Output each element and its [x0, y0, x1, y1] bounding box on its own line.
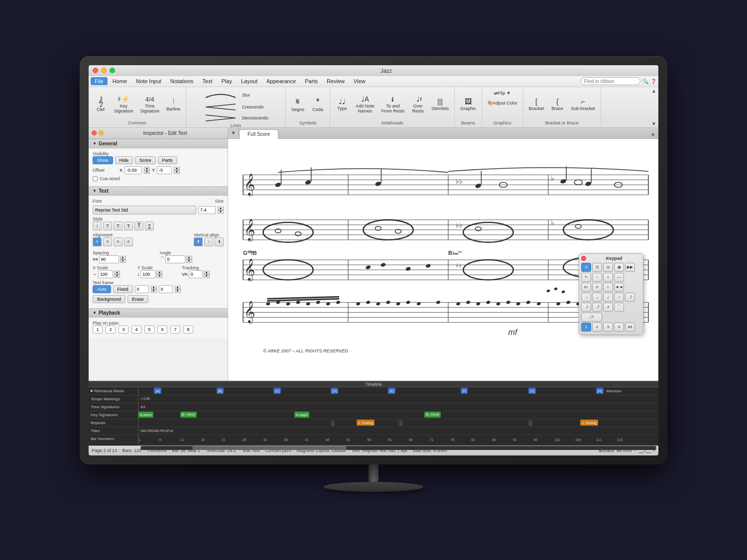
- tr-spinner[interactable]: ▲ ▼: [204, 271, 210, 278]
- frame-val2-input[interactable]: [159, 285, 173, 293]
- ribbon-btn-add-note-names[interactable]: ♩A Add NoteNames: [353, 94, 377, 115]
- angle-spinner[interactable]: ▲ ▼: [186, 256, 192, 263]
- fv2-down[interactable]: ▼: [175, 289, 181, 293]
- ribbon-btn-key-sig[interactable]: ♯⚡ KeySignature: [112, 94, 136, 115]
- rehearsal-marks-label[interactable]: ▶ Rehearsal Marks: [89, 387, 138, 395]
- align-right[interactable]: ≡: [114, 237, 123, 246]
- kp-cursor[interactable]: ⊙: [581, 263, 591, 272]
- text-section-header[interactable]: ▼ Text: [89, 186, 228, 196]
- ribbon-up-icon[interactable]: ▲: [651, 88, 656, 94]
- sp-up[interactable]: ▲: [120, 256, 126, 259]
- kp-dot[interactable]: ◎: [603, 263, 613, 272]
- pass-5[interactable]: 5: [144, 326, 154, 334]
- general-section-header[interactable]: ▼ General: [89, 139, 228, 148]
- kp-pass-3[interactable]: 3: [603, 323, 613, 332]
- bar-numbers-label[interactable]: Bar Numbers: [89, 435, 138, 443]
- font-select[interactable]: Reprise Text Std: [93, 206, 196, 215]
- ribbon-btn-sub-bracket[interactable]: ⌐ Sub-bracket: [568, 97, 598, 112]
- menu-home[interactable]: Home: [109, 77, 131, 85]
- fv1-spinner[interactable]: ▲ ▼: [151, 286, 157, 293]
- kp-half[interactable]: 𝅗: [592, 293, 602, 302]
- fv1-up[interactable]: ▲: [151, 286, 157, 289]
- ribbon-down-icon[interactable]: ▼: [651, 121, 656, 126]
- style-italic[interactable]: I: [93, 222, 102, 230]
- kp-close[interactable]: [581, 256, 586, 261]
- time-sigs-label[interactable]: Time Signatures: [89, 403, 138, 411]
- style-t4[interactable]: T: [134, 222, 143, 230]
- erase-btn[interactable]: Erase: [127, 295, 148, 303]
- ribbon-btn-adjust-color[interactable]: 🎨 Adjust Color: [485, 99, 520, 107]
- kp-circle[interactable]: ◉: [614, 263, 624, 272]
- background-btn[interactable]: Background: [93, 295, 125, 303]
- style-t5[interactable]: T: [145, 222, 154, 230]
- menu-play[interactable]: Play: [218, 77, 236, 85]
- vert-align-top[interactable]: ⬆: [194, 237, 203, 246]
- menu-view[interactable]: View: [350, 77, 370, 85]
- offset-x-input[interactable]: [124, 166, 142, 174]
- ribbon-btn-clef[interactable]: 𝄞 Clef: [92, 96, 110, 113]
- frame-auto-btn[interactable]: Auto: [93, 285, 111, 293]
- align-justify[interactable]: ≡: [124, 237, 133, 246]
- ribbon-slur-row[interactable]: Slur: [203, 89, 250, 101]
- kp-arrow-upleft[interactable]: ↖: [581, 273, 591, 282]
- kp-tie[interactable]: ⌒: [614, 303, 624, 312]
- ribbon-btn-coda[interactable]: 𝄌 Coda: [309, 96, 327, 113]
- ribbon-decrescendo-row[interactable]: Decrescendo: [203, 113, 268, 123]
- ribbon-btn-bracket[interactable]: [ Bracket: [526, 97, 547, 112]
- ribbon-btn-time-sig[interactable]: 4/4 TimeSignature: [138, 95, 162, 115]
- menu-file[interactable]: File: [91, 77, 108, 85]
- align-center[interactable]: ≡: [103, 237, 112, 246]
- pass-6[interactable]: 6: [157, 326, 167, 334]
- x-up[interactable]: ▲: [144, 167, 150, 170]
- y-up[interactable]: ▲: [174, 167, 180, 170]
- kp-pass-2[interactable]: 2: [592, 323, 602, 332]
- size-up[interactable]: ▲: [218, 207, 224, 210]
- kp-quarter[interactable]: ♩: [603, 293, 613, 302]
- size-input[interactable]: [198, 206, 216, 214]
- ys-down[interactable]: ▼: [156, 274, 162, 278]
- kp-flat[interactable]: ♭: [603, 283, 613, 292]
- offset-y-input[interactable]: [157, 166, 172, 174]
- ribbon-btn-over-rests[interactable]: ♩𝄽 OverRests: [409, 94, 427, 115]
- ribbon-search-input[interactable]: [581, 77, 640, 85]
- kp-greater[interactable]: ›: [592, 273, 602, 282]
- menu-notations[interactable]: Notations: [166, 77, 197, 85]
- kp-128th[interactable]: ♬: [603, 303, 613, 312]
- size-spinner[interactable]: ▲ ▼: [218, 207, 224, 214]
- style-t2[interactable]: T: [114, 222, 123, 230]
- kp-eighth[interactable]: ♪: [614, 293, 624, 302]
- fv2-spinner[interactable]: ▲ ▼: [175, 286, 181, 293]
- kp-all[interactable]: All: [625, 323, 635, 332]
- xs-spinner[interactable]: ▲ ▼: [114, 271, 120, 278]
- pass-4[interactable]: 4: [131, 326, 141, 334]
- pass-2[interactable]: 2: [106, 326, 116, 334]
- kp-pass-1[interactable]: 1: [581, 323, 591, 332]
- ys-spinner[interactable]: ▲ ▼: [156, 271, 162, 278]
- pass-1[interactable]: 1: [93, 326, 103, 334]
- parts-button[interactable]: Parts: [158, 156, 177, 164]
- playback-section-header[interactable]: ▼ Playback: [89, 308, 228, 318]
- vert-align-mid[interactable]: ↕: [204, 237, 213, 246]
- menu-review[interactable]: Review: [323, 77, 349, 85]
- pass-7[interactable]: 7: [170, 326, 180, 334]
- y-down[interactable]: ▼: [174, 170, 180, 174]
- kp-sixteenth[interactable]: 𝅘𝅥𝅯: [625, 293, 635, 302]
- xscale-input[interactable]: [98, 270, 113, 278]
- menu-appearance[interactable]: Appearance: [262, 77, 300, 85]
- inspector-close-btn[interactable]: [92, 130, 97, 135]
- score-content[interactable]: 𝄞: [228, 139, 658, 381]
- kp-32nd[interactable]: 𝅘𝅥𝅯: [581, 303, 591, 312]
- style-bold[interactable]: T: [103, 222, 112, 230]
- ribbon-btn-graphic[interactable]: 🖼 Graphic: [458, 97, 479, 112]
- align-left[interactable]: ≡: [93, 237, 102, 246]
- ribbon-btn-to-from-rests[interactable]: 𝄽♩ To andFrom Rests: [379, 94, 407, 115]
- fv1-down[interactable]: ▼: [151, 289, 157, 293]
- cue-sized-checkbox[interactable]: [93, 176, 98, 181]
- close-tab-icon[interactable]: ✕: [228, 128, 239, 138]
- size-down[interactable]: ▼: [218, 210, 224, 214]
- minimize-button[interactable]: [101, 68, 107, 73]
- tr-up[interactable]: ▲: [204, 271, 210, 274]
- y-spinner[interactable]: ▲ ▼: [174, 167, 180, 174]
- kp-ff[interactable]: ▶▶: [625, 263, 635, 272]
- an-up[interactable]: ▲: [186, 256, 192, 259]
